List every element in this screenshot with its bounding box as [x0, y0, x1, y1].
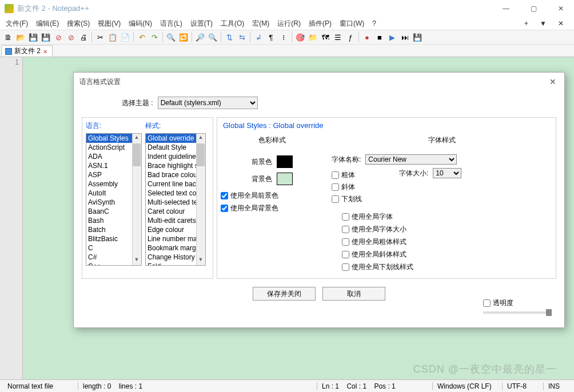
use-global-bg[interactable]: 使用全局背景色 — [221, 203, 324, 213]
show-all-icon[interactable]: ¶ — [265, 31, 277, 43]
color-group-label: 色彩样式 — [221, 135, 324, 151]
zoom-in-icon[interactable]: 🔎 — [194, 31, 206, 43]
menu-macro[interactable]: 宏(M) — [249, 18, 273, 30]
scroll-down-icon[interactable]: ▼ — [197, 257, 204, 265]
dialog-titlebar[interactable]: 语言格式设置 ✕ — [74, 73, 564, 91]
fg-swatch[interactable] — [277, 155, 293, 168]
save-all-icon[interactable]: 💾 — [40, 31, 51, 43]
tab-close-icon[interactable]: ✕ — [43, 49, 49, 54]
tab-active[interactable]: 新文件 2 ✕ — [1, 45, 53, 57]
scroll-down-icon[interactable]: ▼ — [133, 257, 140, 265]
transparency-checkbox[interactable]: 透明度 — [483, 298, 552, 308]
wordwrap-icon[interactable]: ↲ — [253, 31, 264, 43]
folder-icon[interactable]: 📁 — [307, 31, 318, 43]
status-eol[interactable]: Windows (CR LF) — [432, 382, 501, 390]
scrollbar[interactable]: ▲ ▼ — [132, 134, 141, 265]
use-global-fg[interactable]: 使用全局前景色 — [221, 191, 324, 201]
sync-v-icon[interactable]: ⇅ — [224, 31, 235, 43]
minimize-button[interactable]: — — [497, 0, 515, 17]
play-icon[interactable]: ▶ — [386, 31, 398, 43]
print-icon[interactable]: 🖨 — [78, 31, 89, 43]
cancel-button[interactable]: 取消 — [322, 287, 385, 301]
line-gutter: 1 — [0, 57, 23, 379]
window-title: 新文件 2 - Notepad++ — [17, 3, 497, 14]
menu-tools[interactable]: 工具(O) — [217, 18, 248, 30]
maximize-button[interactable]: ▢ — [525, 0, 542, 17]
font-name-label: 字体名称: — [332, 155, 361, 165]
save-macro-icon[interactable]: 💾 — [412, 31, 423, 43]
font-group-label: 字体样式 — [332, 135, 552, 151]
sync-h-icon[interactable]: ⇆ — [236, 31, 248, 43]
paste-icon[interactable]: 📄 — [119, 31, 131, 43]
menu-window[interactable]: 窗口(W) — [336, 18, 368, 30]
transparency-slider[interactable] — [483, 311, 552, 314]
new-file-icon[interactable]: 🗎 — [2, 31, 14, 43]
scroll-up-icon[interactable]: ▲ — [133, 134, 140, 142]
menu-close-icon[interactable]: ✕ — [555, 18, 567, 29]
language-label: 语言: — [86, 121, 142, 133]
record-icon[interactable]: ● — [361, 31, 373, 43]
status-encoding[interactable]: UTF-8 — [502, 382, 542, 390]
menu-plus-icon[interactable]: + — [521, 18, 532, 29]
close-button[interactable]: ✕ — [552, 0, 569, 17]
indent-guide-icon[interactable]: ⫶ — [278, 31, 289, 43]
stop-icon[interactable]: ■ — [374, 31, 385, 43]
bg-swatch[interactable] — [277, 173, 293, 185]
dialog-close-icon[interactable]: ✕ — [547, 75, 559, 89]
playback-icon[interactable]: ⏭ — [399, 31, 410, 43]
menu-view[interactable]: 视图(V) — [94, 18, 124, 30]
theme-select[interactable]: Default (stylers.xml) — [158, 97, 258, 109]
right-panel: Global Styles : Global override 色彩样式 前景色… — [217, 117, 556, 279]
use-global-font[interactable]: 使用全局字体 — [342, 212, 552, 222]
doc-list-icon[interactable]: ☰ — [332, 31, 344, 43]
undo-icon[interactable]: ↶ — [136, 31, 148, 43]
scroll-up-icon[interactable]: ▲ — [197, 134, 204, 142]
tab-label: 新文件 2 — [14, 46, 41, 56]
use-global-underline[interactable]: 使用全局下划线样式 — [342, 262, 552, 272]
font-name-select[interactable]: Courier New — [365, 154, 457, 165]
menu-edit[interactable]: 编辑(E) — [33, 18, 62, 30]
use-global-size[interactable]: 使用全局字体大小 — [342, 225, 552, 234]
menu-settings[interactable]: 设置(T) — [187, 18, 216, 30]
theme-label: 选择主题 : — [122, 98, 153, 108]
menu-help[interactable]: ? — [369, 18, 380, 29]
language-listbox[interactable]: Global StylesActionScriptADAASN.1ASPAsse… — [86, 133, 142, 266]
scrollbar[interactable]: ▲ ▼ — [196, 134, 205, 265]
menu-language[interactable]: 语言(L) — [157, 18, 186, 30]
func-list-icon[interactable]: ƒ — [345, 31, 356, 43]
copy-icon[interactable]: 📋 — [107, 31, 118, 43]
cut-icon[interactable]: ✂ — [94, 31, 106, 43]
use-global-bold[interactable]: 使用全局粗体样式 — [342, 237, 552, 247]
italic-checkbox[interactable]: 斜体 — [332, 182, 394, 192]
menu-plugins[interactable]: 插件(P) — [305, 18, 335, 30]
menu-search[interactable]: 搜索(S) — [63, 18, 93, 30]
menu-file[interactable]: 文件(F) — [2, 18, 31, 30]
scroll-thumb[interactable] — [197, 143, 205, 166]
menu-dropdown-icon[interactable]: ▼ — [536, 18, 550, 29]
lang-icon[interactable]: 🎯 — [294, 31, 306, 43]
underline-checkbox[interactable]: 下划线 — [332, 194, 394, 204]
style-listbox[interactable]: Global overrideDefault StyleIndent guide… — [145, 133, 206, 266]
save-close-button[interactable]: 保存并关闭 — [253, 287, 316, 301]
statusbar: Normal text file length : 0 lines : 1 Ln… — [0, 379, 574, 392]
save-icon[interactable]: 💾 — [27, 31, 39, 43]
open-file-icon[interactable]: 📂 — [15, 31, 26, 43]
zoom-out-icon[interactable]: 🔍 — [207, 31, 218, 43]
replace-icon[interactable]: 🔁 — [178, 31, 189, 43]
use-global-italic[interactable]: 使用全局斜体样式 — [342, 250, 552, 259]
close-all-icon[interactable]: ⊘ — [65, 31, 77, 43]
scroll-thumb[interactable] — [133, 143, 141, 166]
font-size-select[interactable]: 10 — [433, 168, 461, 178]
doc-map-icon[interactable]: 🗺 — [320, 31, 331, 43]
redo-icon[interactable]: ↷ — [149, 31, 160, 43]
status-ins[interactable]: INS — [543, 382, 572, 390]
close-file-icon[interactable]: ⊘ — [53, 31, 64, 43]
menu-run[interactable]: 运行(R) — [274, 18, 304, 30]
find-icon[interactable]: 🔍 — [165, 31, 177, 43]
bold-checkbox[interactable]: 粗体 — [332, 170, 394, 180]
menu-encoding[interactable]: 编码(N) — [125, 18, 156, 30]
status-pos: Ln : 1 Col : 1 Pos : 1 — [317, 382, 431, 390]
line-number: 1 — [3, 58, 19, 66]
document-icon — [5, 48, 12, 55]
app-icon — [5, 4, 14, 13]
